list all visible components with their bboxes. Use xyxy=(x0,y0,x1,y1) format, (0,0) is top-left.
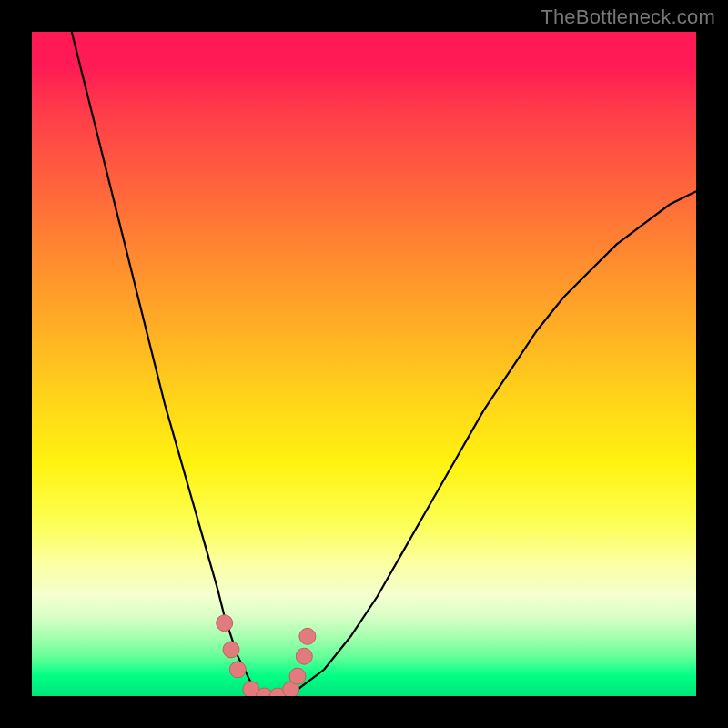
chart-svg xyxy=(32,32,696,696)
watermark-text: TheBottleneck.com xyxy=(541,5,715,29)
min-markers-group xyxy=(217,615,316,696)
min-marker xyxy=(296,648,312,664)
min-marker xyxy=(223,642,239,658)
min-marker xyxy=(299,628,316,644)
plot-area xyxy=(32,32,696,696)
min-marker xyxy=(229,662,246,678)
curve-path xyxy=(72,32,696,696)
bottleneck-curve xyxy=(72,32,696,696)
chart-frame: TheBottleneck.com xyxy=(0,0,728,728)
min-marker xyxy=(289,668,306,684)
min-marker xyxy=(217,615,233,632)
